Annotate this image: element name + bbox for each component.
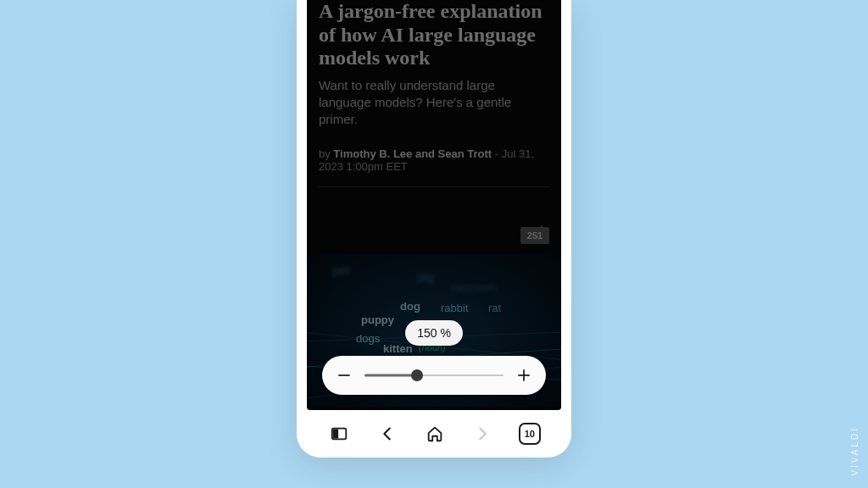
back-button[interactable] <box>376 422 399 446</box>
zoom-in-button[interactable] <box>514 365 534 385</box>
article-title: A jargon-free explanation of how AI larg… <box>319 0 549 70</box>
article-subtitle: Want to really understand large language… <box>319 77 549 129</box>
panel-toggle-button[interactable] <box>327 422 351 446</box>
byline-sep: - <box>492 147 502 160</box>
tab-count: 10 <box>525 429 535 439</box>
article-authors: Timothy B. Lee and Sean Trott <box>333 147 492 160</box>
phone-frame: A jargon-free explanation of how AI larg… <box>297 0 571 458</box>
svg-rect-0 <box>338 374 349 376</box>
chevron-left-icon <box>378 424 397 443</box>
screen: A jargon-free explanation of how AI larg… <box>307 0 561 410</box>
hero-word: rabbit <box>441 302 469 314</box>
browser-toolbar: 10 <box>297 410 571 458</box>
svg-rect-4 <box>333 430 338 439</box>
zoom-level-bubble: 150 % <box>405 320 463 346</box>
chevron-right-icon <box>473 424 492 443</box>
panel-icon <box>330 424 348 443</box>
hero-word: raccoon <box>451 280 496 294</box>
plus-icon <box>515 367 532 384</box>
zoom-out-button[interactable] <box>334 365 354 385</box>
hero-word: pet <box>332 263 350 277</box>
zoom-control-bar <box>322 356 546 395</box>
home-icon <box>426 424 444 443</box>
zoom-overlay: 150 % <box>307 320 561 410</box>
brand-watermark: VIVALDI <box>850 426 860 476</box>
comment-count-badge[interactable]: 251 <box>520 227 549 244</box>
article-byline: by Timothy B. Lee and Sean Trott - Jul 3… <box>319 147 549 173</box>
divider <box>319 186 549 187</box>
slider-thumb[interactable] <box>411 369 423 381</box>
byline-prefix: by <box>319 147 333 160</box>
zoom-slider[interactable] <box>364 365 504 385</box>
svg-rect-2 <box>523 369 525 380</box>
home-button[interactable] <box>423 422 447 446</box>
minus-icon <box>336 367 353 384</box>
tabs-button[interactable]: 10 <box>519 423 541 445</box>
slider-fill <box>364 374 417 377</box>
hero-word: rat <box>488 302 501 314</box>
forward-button <box>470 422 494 446</box>
hero-word: pig <box>417 269 434 284</box>
hero-word: dog <box>400 300 420 313</box>
